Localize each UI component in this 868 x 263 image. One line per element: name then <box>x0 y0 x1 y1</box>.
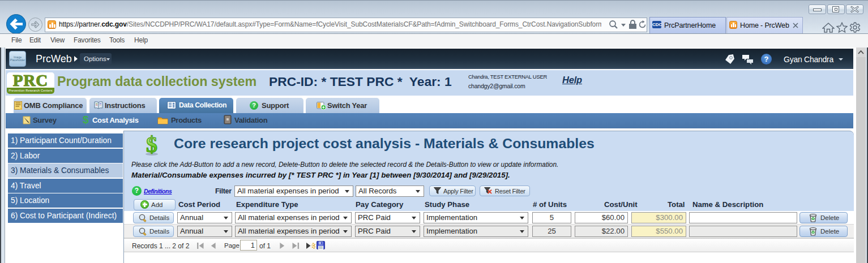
svg-text:$: $ <box>146 135 157 156</box>
